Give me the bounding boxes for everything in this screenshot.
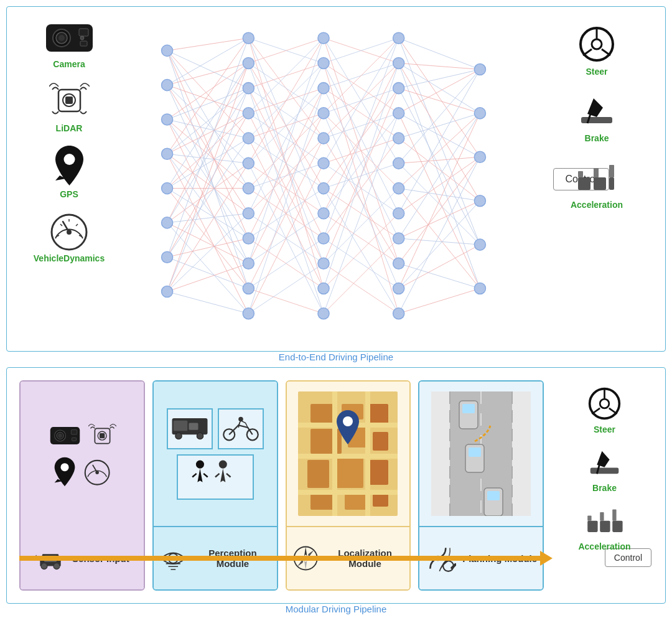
svg-line-175 bbox=[399, 201, 480, 289]
svg-point-244 bbox=[58, 434, 62, 438]
svg-point-190 bbox=[243, 108, 254, 119]
svg-point-185 bbox=[162, 251, 173, 263]
svg-point-205 bbox=[318, 183, 329, 194]
svg-line-95 bbox=[248, 138, 324, 213]
svg-rect-284 bbox=[373, 494, 388, 507]
svg-line-29 bbox=[167, 85, 249, 213]
accel-icon-top bbox=[575, 162, 618, 196]
svg-line-176 bbox=[399, 245, 480, 288]
accel-label-bottom: Acceleration bbox=[578, 541, 630, 551]
svg-line-17 bbox=[76, 224, 78, 226]
svg-rect-307 bbox=[469, 447, 481, 457]
speedometer-icon bbox=[49, 210, 90, 251]
svg-rect-236 bbox=[594, 177, 606, 190]
brake-output-top: Brake bbox=[575, 95, 618, 143]
svg-point-228 bbox=[474, 283, 485, 294]
svg-point-226 bbox=[474, 195, 485, 207]
svg-point-220 bbox=[393, 258, 404, 269]
svg-line-42 bbox=[167, 154, 249, 263]
svg-line-171 bbox=[399, 238, 480, 245]
svg-point-189 bbox=[243, 83, 254, 94]
svg-point-217 bbox=[393, 183, 404, 194]
svg-point-255 bbox=[41, 563, 47, 569]
accel-label-top: Acceleration bbox=[571, 200, 623, 210]
gps-sensor: GPS bbox=[52, 144, 86, 199]
svg-rect-246 bbox=[72, 438, 76, 441]
brake-label-top: Brake bbox=[585, 133, 609, 143]
svg-line-27 bbox=[167, 85, 249, 113]
svg-point-196 bbox=[243, 258, 254, 269]
svg-point-206 bbox=[318, 208, 329, 219]
svg-line-153 bbox=[399, 70, 480, 88]
planning-scene bbox=[431, 391, 531, 516]
svg-point-3 bbox=[58, 35, 65, 41]
svg-line-48 bbox=[167, 189, 249, 238]
motorcycle-icon bbox=[222, 413, 259, 443]
svg-point-192 bbox=[243, 157, 254, 169]
svg-line-62 bbox=[167, 88, 249, 292]
brake-label-bottom: Brake bbox=[592, 483, 617, 493]
accel-icon-bottom bbox=[584, 507, 625, 538]
svg-point-201 bbox=[318, 83, 329, 94]
svg-rect-279 bbox=[307, 460, 329, 488]
svg-point-180 bbox=[162, 80, 173, 91]
svg-marker-297 bbox=[297, 560, 303, 566]
camera-label: Camera bbox=[53, 59, 85, 69]
bottom-pipeline-label: Modular Driving Pipeline bbox=[286, 604, 387, 614]
svg-point-191 bbox=[243, 133, 254, 144]
svg-rect-309 bbox=[487, 491, 500, 500]
svg-line-135 bbox=[324, 213, 399, 263]
svg-point-290 bbox=[343, 416, 353, 426]
svg-rect-259 bbox=[189, 423, 198, 429]
svg-line-164 bbox=[399, 113, 480, 189]
svg-line-63 bbox=[167, 163, 249, 291]
svg-rect-323 bbox=[600, 512, 604, 521]
svg-point-207 bbox=[318, 233, 329, 244]
svg-line-142 bbox=[324, 63, 399, 288]
svg-point-218 bbox=[393, 208, 404, 219]
svg-line-172 bbox=[399, 157, 480, 263]
svg-line-50 bbox=[167, 63, 249, 222]
svg-line-143 bbox=[324, 213, 399, 289]
svg-line-119 bbox=[324, 38, 399, 113]
svg-point-203 bbox=[318, 133, 329, 144]
svg-point-211 bbox=[393, 32, 404, 44]
svg-rect-235 bbox=[578, 177, 590, 190]
outputs-column-top: Steer Brake Acceleration bbox=[538, 26, 656, 210]
svg-point-194 bbox=[243, 208, 254, 219]
svg-line-66 bbox=[167, 292, 249, 314]
svg-point-187 bbox=[243, 32, 254, 44]
svg-point-208 bbox=[318, 258, 329, 269]
svg-line-100 bbox=[248, 38, 324, 263]
svg-point-314 bbox=[600, 399, 609, 408]
svg-rect-319 bbox=[587, 521, 597, 532]
vehicle-dynamics-sensor: VehicleDynamics bbox=[34, 210, 105, 263]
svg-line-154 bbox=[399, 88, 480, 113]
svg-point-215 bbox=[393, 133, 404, 144]
pipeline-arrow bbox=[19, 556, 544, 561]
svg-rect-234 bbox=[581, 117, 612, 123]
camera-icon bbox=[43, 19, 96, 57]
svg-point-198 bbox=[243, 308, 254, 319]
steering-wheel-icon-bottom bbox=[587, 386, 622, 421]
svg-point-204 bbox=[318, 157, 329, 169]
svg-point-311 bbox=[443, 561, 454, 571]
svg-line-137 bbox=[324, 138, 399, 238]
top-pipeline-label: End-to-End Driving Pipeline bbox=[279, 352, 393, 362]
svg-point-210 bbox=[318, 308, 329, 319]
svg-point-222 bbox=[393, 308, 404, 319]
svg-rect-4 bbox=[79, 29, 88, 36]
svg-point-212 bbox=[393, 57, 404, 68]
svg-point-227 bbox=[474, 239, 485, 250]
svg-point-224 bbox=[474, 108, 485, 119]
svg-rect-258 bbox=[173, 420, 187, 431]
svg-rect-239 bbox=[609, 165, 614, 177]
svg-rect-273 bbox=[310, 404, 335, 423]
svg-rect-275 bbox=[370, 404, 388, 426]
svg-point-188 bbox=[243, 57, 254, 68]
steer-output-top: Steer bbox=[578, 26, 615, 77]
svg-line-72 bbox=[248, 63, 324, 113]
steer-output-bottom: Steer bbox=[587, 386, 622, 434]
svg-rect-287 bbox=[298, 490, 398, 495]
svg-point-250 bbox=[61, 463, 69, 471]
